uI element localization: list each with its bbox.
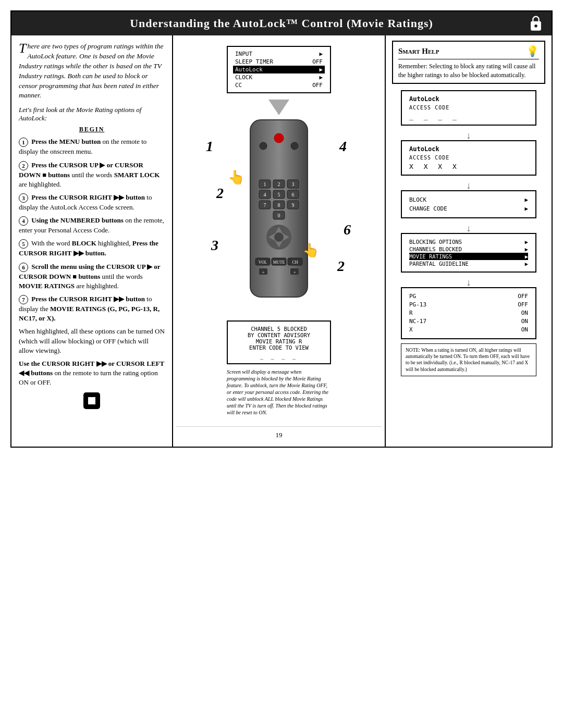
svg-text:0: 0	[278, 213, 280, 218]
connector-arrow-1: ↓	[467, 131, 471, 140]
access1-label: ACCESS CODE	[409, 105, 528, 110]
bopt-parental: PARENTAL GUIDELINE▶	[409, 260, 528, 267]
smart-help-box: Smart Help 💡 Remember: Selecting to bloc…	[392, 41, 545, 84]
hand-icon-1: 👆	[228, 169, 244, 186]
main-content: T here are two types of program ratings …	[11, 35, 552, 447]
step-num-7: 7	[19, 295, 28, 304]
step-6: 6 Scroll the menu using the CURSOR UP ▶ …	[19, 262, 165, 291]
intro-text: T here are two types of program ratings …	[19, 42, 165, 101]
access1-title: AutoLock	[409, 95, 528, 103]
left-column: T here are two types of program ratings …	[11, 35, 173, 447]
step-5: 5 With the word BLOCK highlighted, Press…	[19, 239, 165, 258]
svg-text:+: +	[262, 269, 264, 275]
rating-pg: PGOFF	[409, 292, 528, 301]
channel-line1: CHANNEL 5 BLOCKED	[234, 326, 324, 332]
svg-text:+: +	[293, 269, 296, 275]
svg-text:6: 6	[292, 192, 295, 198]
page-number: 19	[176, 426, 382, 441]
hand-icon-2: 👆	[302, 242, 319, 258]
rating-r: RON	[409, 309, 528, 317]
menu-item-sleep: SLEEP TIMEROFF	[235, 58, 323, 66]
svg-rect-3	[88, 397, 95, 404]
italic-note: Let's first look at the Movie Rating opt…	[19, 106, 165, 122]
channel-blocked-screen: CHANNEL 5 BLOCKED BY CONTENT ADVISORY MO…	[227, 320, 331, 364]
stop-icon	[82, 391, 101, 410]
svg-point-1	[534, 24, 537, 28]
svg-point-5	[260, 142, 267, 150]
right-column: Smart Help 💡 Remember: Selecting to bloc…	[385, 35, 552, 447]
cursor-note: Use the CURSOR RIGHT ▶▶ or CURSOR LEFT ◀…	[19, 359, 165, 388]
smart-help-body: Remember: Selecting to block any rating …	[398, 62, 539, 80]
svg-text:5: 5	[278, 192, 280, 198]
menu-item-autolock: AutoLock▶	[233, 66, 325, 73]
step-num-6: 6	[19, 263, 28, 272]
bopt-channels: CHANNELS BLOCKED▶	[409, 245, 528, 253]
svg-text:1: 1	[264, 181, 266, 187]
block-item-change: CHANGE CODE▶	[409, 204, 528, 213]
access2-label: ACCESS CODE	[409, 155, 528, 161]
connector-arrow-4: ↓	[467, 278, 471, 287]
menu-screen: INPUT▶ SLEEP TIMEROFF AutoLock▶ CLOCK▶ C…	[227, 46, 331, 93]
ratings-screen: PGOFF PG-13OFF RON NC-17ON XON	[401, 287, 536, 339]
right-screens: AutoLock ACCESS CODE _ _ _ _ ↓ AutoLock …	[392, 90, 545, 376]
remote-step-6: 6	[344, 221, 351, 238]
block-screen: BLOCK▶ CHANGE CODE▶	[401, 190, 536, 218]
smart-help-title: Smart Help 💡	[398, 45, 539, 59]
remote-step-1: 1	[206, 138, 213, 155]
on-off-note: When highlighted, all these options can …	[19, 327, 165, 355]
menu-item-cc: CCOFF	[235, 81, 323, 89]
bopt-movie-ratings: MOVIE RATINGS▶	[409, 253, 528, 260]
drop-cap: T	[19, 42, 26, 55]
begin-label: BEGIN	[19, 126, 165, 133]
rating-nc17: NC-17ON	[409, 317, 528, 326]
blocking-options-screen: BLOCKING OPTIONS▶ CHANNELS BLOCKED▶ MOVI…	[401, 233, 536, 273]
menu-item-input: INPUT▶	[235, 50, 323, 58]
center-column: INPUT▶ SLEEP TIMEROFF AutoLock▶ CLOCK▶ C…	[173, 35, 385, 447]
remote-step-2: 2	[216, 185, 224, 202]
channel-line3: MOVIE RATING R	[234, 338, 324, 344]
smart-help-label: Smart Help	[398, 47, 439, 56]
access2-title: AutoLock	[409, 145, 528, 153]
channel-line2: BY CONTENT ADVISORY	[234, 332, 324, 338]
svg-text:CH: CH	[292, 260, 298, 265]
bopt-blocking: BLOCKING OPTIONS▶	[409, 238, 528, 245]
svg-text:3: 3	[292, 181, 295, 187]
connector-arrow-2: ↓	[467, 181, 471, 190]
remote-area: 1 2 3 4 6 2 5 7	[206, 117, 352, 315]
svg-text:2: 2	[278, 181, 280, 187]
remote-step-4: 4	[339, 138, 347, 155]
block-item-block: BLOCK▶	[409, 195, 528, 204]
step-num-3: 3	[19, 193, 28, 203]
access-screen-1: AutoLock ACCESS CODE _ _ _ _	[401, 90, 536, 126]
step-7: 7 Press the CURSOR RIGHT ▶▶ button to di…	[19, 294, 165, 323]
access2-code: X X X X	[409, 163, 528, 170]
svg-point-33	[274, 232, 284, 242]
rating-x: XON	[409, 326, 528, 334]
down-arrow-1	[268, 100, 289, 115]
menu-item-clock: CLOCK▶	[235, 73, 323, 81]
svg-text:8: 8	[278, 202, 280, 208]
remote-step-2b: 2	[337, 258, 345, 275]
step-num-5: 5	[19, 239, 28, 249]
step-1: 1 Press the MENU button on the remote to…	[19, 137, 165, 156]
step-3: 3 Press the CURSOR RIGHT ▶▶ button to di…	[19, 193, 165, 212]
svg-text:4: 4	[264, 192, 266, 198]
note-box: NOTE: When a rating is turned ON, all hi…	[401, 343, 536, 376]
channel-dashes: _ _ _ _	[234, 353, 324, 359]
svg-text:9: 9	[292, 202, 295, 208]
remote-step-3: 3	[211, 237, 218, 254]
connector-arrow-3: ↓	[467, 224, 471, 233]
svg-text:VOL: VOL	[259, 260, 267, 265]
access-screen-2: AutoLock ACCESS CODE X X X X	[401, 140, 536, 176]
svg-text:MUTE: MUTE	[273, 260, 285, 265]
step-num-4: 4	[19, 216, 28, 226]
step-4: 4 Using the NUMBERED buttons on the remo…	[19, 216, 165, 235]
step-num-1: 1	[19, 138, 28, 147]
page-title: Understanding the AutoLock™ Control (Mov…	[130, 17, 433, 30]
channel-line4: ENTER CODE TO VIEW	[234, 344, 324, 351]
remote-svg: 1 2 3 4 5 6 7 8	[248, 117, 310, 300]
bulb-icon: 💡	[526, 45, 539, 57]
svg-text:7: 7	[264, 202, 266, 208]
step-num-2: 2	[19, 161, 28, 170]
lock-icon	[529, 15, 543, 32]
